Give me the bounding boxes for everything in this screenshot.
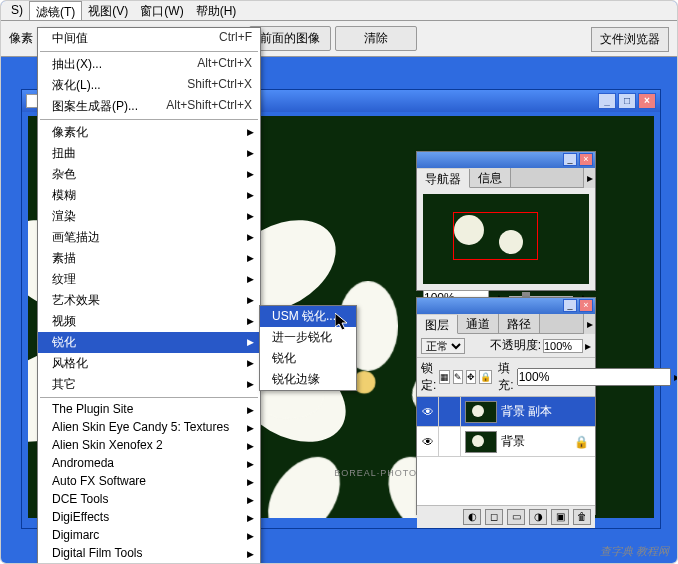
menu-item[interactable]: 视频 [38, 311, 260, 332]
blend-mode-select[interactable]: 正常 [421, 338, 465, 354]
filter-menu-dropdown: 中间值Ctrl+F 抽出(X)...Alt+Ctrl+X液化(L)...Shif… [37, 27, 261, 564]
menu-window[interactable]: 窗口(W) [134, 1, 189, 20]
navigator-viewport-rect[interactable] [453, 212, 538, 260]
menu-item[interactable]: Andromeda [38, 454, 260, 472]
menu-item-recent[interactable]: 中间值Ctrl+F [38, 28, 260, 49]
menu-item[interactable]: Alien Skin Eye Candy 5: Textures [38, 418, 260, 436]
doc-max-button[interactable]: □ [618, 93, 636, 109]
tab-navigator[interactable]: 导航器 [417, 169, 470, 188]
menu-item[interactable]: 模糊 [38, 185, 260, 206]
nav-palette-menu[interactable]: ▸ [583, 168, 595, 188]
visibility-icon[interactable]: 👁 [417, 427, 439, 456]
lock-label: 锁定: [421, 360, 436, 394]
new-layer-button[interactable]: ▣ [551, 509, 569, 525]
menu-item[interactable]: DigiEffects [38, 508, 260, 526]
doc-min-button[interactable]: _ [598, 93, 616, 109]
layer-row[interactable]: 👁 背景 🔒 [417, 427, 595, 457]
fill-label: 填充: [498, 360, 513, 394]
layer-name[interactable]: 背景 [501, 433, 525, 450]
link-cell[interactable] [439, 427, 461, 456]
submenu-sharpen[interactable]: 锐化 [260, 348, 356, 369]
menu-help[interactable]: 帮助(H) [190, 1, 243, 20]
fill-chevron-icon[interactable]: ▸ [674, 370, 678, 384]
tab-channels[interactable]: 通道 [458, 314, 499, 333]
menu-item[interactable]: 素描 [38, 248, 260, 269]
opacity-input[interactable] [543, 339, 583, 353]
submenu-usm-sharpen[interactable]: USM 锐化... [260, 306, 356, 327]
menu-item[interactable]: Digimarc [38, 526, 260, 544]
site-watermark: 查字典 教程网 [600, 544, 669, 559]
clear-button[interactable]: 清除 [335, 26, 417, 51]
menu-item[interactable]: 抽出(X)...Alt+Ctrl+X [38, 54, 260, 75]
layers-close-button[interactable]: × [579, 299, 593, 312]
delete-layer-button[interactable]: 🗑 [573, 509, 591, 525]
menu-item[interactable]: 其它 [38, 374, 260, 395]
lock-paint-icon[interactable]: ✎ [453, 370, 463, 384]
layer-list: 👁 背景 副本 👁 背景 🔒 [417, 397, 595, 505]
submenu-sharpen-edges[interactable]: 锐化边缘 [260, 369, 356, 390]
menu-item[interactable]: 风格化 [38, 353, 260, 374]
menu-select-s[interactable]: S) [5, 1, 29, 20]
front-image-button[interactable]: 前面的图像 [249, 26, 331, 51]
fill-input[interactable] [517, 368, 671, 386]
sharpen-submenu: USM 锐化... 进一步锐化 锐化 锐化边缘 [259, 305, 357, 391]
menu-item[interactable]: Auto FX Software [38, 472, 260, 490]
layers-palette[interactable]: _ × 图层 通道 路径 ▸ 正常 不透明度: ▸ 锁定: ▦ ✎ ✥ 🔒 填充… [416, 297, 596, 515]
nav-close-button[interactable]: × [579, 153, 593, 166]
layer-set-button[interactable]: ▭ [507, 509, 525, 525]
lock-move-icon[interactable]: ✥ [466, 370, 476, 384]
menu-item[interactable]: 杂色 [38, 164, 260, 185]
lock-icon: 🔒 [574, 435, 589, 449]
link-cell[interactable] [439, 397, 461, 426]
navigator-palette[interactable]: _ × 导航器 信息 ▸ ▲ ▲ [416, 151, 596, 291]
layer-name[interactable]: 背景 副本 [501, 403, 552, 420]
tab-info[interactable]: 信息 [470, 168, 511, 187]
opacity-label: 不透明度: [490, 337, 541, 354]
menu-item[interactable]: 纹理 [38, 269, 260, 290]
layers-min-button[interactable]: _ [563, 299, 577, 312]
lock-trans-icon[interactable]: ▦ [439, 370, 450, 384]
submenu-sharpen-more[interactable]: 进一步锐化 [260, 327, 356, 348]
file-browser-button[interactable]: 文件浏览器 [591, 27, 669, 52]
layer-mask-button[interactable]: ◻ [485, 509, 503, 525]
layer-row[interactable]: 👁 背景 副本 [417, 397, 595, 427]
menu-item[interactable]: 渲染 [38, 206, 260, 227]
tab-paths[interactable]: 路径 [499, 314, 540, 333]
menu-view[interactable]: 视图(V) [82, 1, 134, 20]
menu-item[interactable]: 艺术效果 [38, 290, 260, 311]
menu-filter[interactable]: 滤镜(T) [29, 1, 82, 20]
navigator-view[interactable] [423, 194, 589, 284]
layer-thumb[interactable] [465, 401, 497, 423]
layer-thumb[interactable] [465, 431, 497, 453]
visibility-icon[interactable]: 👁 [417, 397, 439, 426]
menu-item[interactable]: 画笔描边 [38, 227, 260, 248]
tab-layers[interactable]: 图层 [417, 315, 458, 334]
menu-item[interactable]: 液化(L)...Shift+Ctrl+X [38, 75, 260, 96]
menu-item[interactable]: 扭曲 [38, 143, 260, 164]
menu-item[interactable]: 锐化 [38, 332, 260, 353]
layers-palette-menu[interactable]: ▸ [583, 314, 595, 334]
nav-min-button[interactable]: _ [563, 153, 577, 166]
opt-label-pixel: 像素 [9, 30, 33, 47]
opacity-chevron-icon[interactable]: ▸ [585, 339, 591, 353]
menu-item[interactable]: 图案生成器(P)...Alt+Shift+Ctrl+X [38, 96, 260, 117]
adjustment-layer-button[interactable]: ◑ [529, 509, 547, 525]
lock-all-icon[interactable]: 🔒 [479, 370, 492, 384]
menu-item[interactable]: 像素化 [38, 122, 260, 143]
doc-close-button[interactable]: × [638, 93, 656, 109]
menu-item[interactable]: Alien Skin Xenofex 2 [38, 436, 260, 454]
layer-style-button[interactable]: ◐ [463, 509, 481, 525]
menu-item[interactable]: The Plugin Site [38, 400, 260, 418]
menu-item[interactable]: DCE Tools [38, 490, 260, 508]
menubar: S) 滤镜(T) 视图(V) 窗口(W) 帮助(H) [1, 1, 677, 21]
menu-item[interactable]: Digital Film Tools [38, 544, 260, 562]
